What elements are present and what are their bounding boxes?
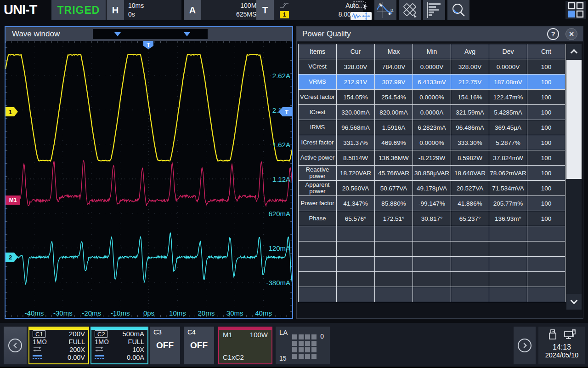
pq-table-body: ItemsCurMaxMinAvgDevCntVCrest328.00V784.… <box>299 44 565 302</box>
channel1-impedance: 1MΩ <box>33 338 47 345</box>
channel3-id: C3 <box>153 328 176 336</box>
pq-cell: 100 <box>527 75 565 90</box>
pq-cell <box>451 226 489 242</box>
channel1-offset: 0.00V <box>68 354 85 361</box>
table-row-empty[interactable] <box>299 226 565 242</box>
amplitude-scale-label: 120mA <box>268 244 290 252</box>
power-quality-titlebar[interactable]: Power Quality ? ✕ <box>297 27 583 41</box>
table-row[interactable]: IRMS96.568mA1.5916A6.2823mA96.486mA369.4… <box>299 120 565 135</box>
channel-status-bar: C1200V 1MΩFULL 200X 0.00V C2500mA 1MΩFUL… <box>0 323 588 367</box>
table-row[interactable]: ICrest factor331.37%469.69%0.0000%333.30… <box>299 135 565 150</box>
pq-cell: 85.880% <box>375 196 413 211</box>
usb-device-icon <box>548 329 558 342</box>
channel4-status-box[interactable]: C4 OFF <box>184 327 214 364</box>
channel2-status-box[interactable]: C2500mA 1MΩFULL 10X 0.00A <box>90 327 148 364</box>
channel2-scale: 500mA <box>122 330 144 338</box>
pq-cell: 0.0000A <box>413 105 451 120</box>
scroll-channels-left-button[interactable] <box>4 327 27 364</box>
amplitude-scale-label: 1.62A <box>272 141 290 149</box>
help-icon[interactable]: ? <box>547 28 559 40</box>
select-rect-icon[interactable] <box>352 1 370 12</box>
wave-window-titlebar[interactable]: Wave window <box>6 27 292 41</box>
math1-expression: C1xC2 <box>223 353 268 361</box>
cursor-position-bar[interactable] <box>93 29 208 39</box>
table-row[interactable]: Apparent power20.560VA50.677VA49.178µVA2… <box>299 181 565 196</box>
system-info-box[interactable]: 14:13 2024/05/10 <box>538 327 585 364</box>
channel4-state: OFF <box>187 340 210 351</box>
pq-cell: 20.560VA <box>337 181 375 196</box>
channel1-bandwidth: FULL <box>69 338 85 345</box>
pq-cell <box>489 272 527 287</box>
pq-cell: 5.2877% <box>489 135 527 150</box>
table-row[interactable]: Reactive power18.720VAR45.766VAR30.858µV… <box>299 166 565 181</box>
table-row-empty[interactable] <box>299 257 565 272</box>
channel3-status-box[interactable]: C3 OFF <box>150 327 180 364</box>
table-row[interactable]: VCrest328.00V784.00V0.0000V328.00V0.0000… <box>299 59 565 75</box>
channel2-bandwidth: FULL <box>128 338 144 345</box>
pq-scrollbar[interactable] <box>566 44 582 310</box>
measure-rulers-icon[interactable] <box>399 0 421 20</box>
wave-move-icon[interactable] <box>351 12 372 20</box>
amplitude-scale-label: 1.12A <box>272 175 290 183</box>
pq-cell: Apparent power <box>299 181 337 196</box>
horizontal-settings[interactable]: H 10ms 0s <box>107 0 181 20</box>
table-row-empty[interactable] <box>299 272 565 287</box>
scroll-up-button[interactable] <box>566 44 582 59</box>
pq-cell: 100 <box>527 120 565 135</box>
table-row[interactable]: VCrest factor154.05%254.54%0.0000%154.16… <box>299 90 565 105</box>
scroll-channels-right-button[interactable] <box>514 327 536 364</box>
table-row[interactable]: ICrest320.00mA820.00mA0.0000A321.59mA5.4… <box>299 105 565 120</box>
pq-cell: 100 <box>527 196 565 211</box>
pq-cell <box>489 287 527 302</box>
pq-cell: 328.00V <box>337 59 375 75</box>
math1-zero-marker[interactable]: M1 <box>6 196 20 205</box>
search-zoom-icon[interactable] <box>447 0 469 20</box>
pq-cell: Phase <box>299 211 337 226</box>
time-scale-label: 30ms <box>226 309 243 317</box>
trigger-key[interactable]: T <box>256 0 274 20</box>
pq-cell: 71.534mVA <box>489 181 527 196</box>
curve-ab-icon[interactable]: A B <box>374 0 396 20</box>
pq-cell: -99.147% <box>413 196 451 211</box>
cursor-marker-a-icon[interactable] <box>114 32 121 36</box>
scrollbar-thumb[interactable] <box>566 60 582 179</box>
la-first-channel: 0 <box>320 333 324 340</box>
channel4-id: C4 <box>187 328 210 336</box>
pq-cell <box>451 287 489 302</box>
clock-time: 14:13 <box>538 343 585 351</box>
horizontal-key[interactable]: H <box>107 0 124 20</box>
table-row[interactable]: Power factor41.347%85.880%-99.147%41.886… <box>299 196 565 211</box>
amplitude-scale-label: -380mA <box>266 279 290 287</box>
acquire-key[interactable]: A <box>184 0 201 20</box>
pq-cell: 45.766VAR <box>375 166 413 181</box>
window-layout-icon[interactable] <box>565 1 586 19</box>
pq-header-cell: Min <box>413 44 451 59</box>
table-row[interactable]: Phase65.576°172.51°30.817°65.237°136.93m… <box>299 211 565 226</box>
scroll-down-button[interactable] <box>566 294 582 310</box>
pq-cell: 154.05% <box>337 90 375 105</box>
horizontal-offset-value: 0s <box>128 10 177 19</box>
plot-area[interactable]: T 1 M1 2 T 2.62A2.12A1.62A1.12A620mA120m… <box>6 41 292 318</box>
statistics-icon[interactable] <box>423 0 445 20</box>
pq-table: ItemsCurMaxMinAvgDevCntVCrest328.00V784.… <box>298 44 565 302</box>
table-row[interactable]: VRMS212.91V307.99V6.4133mV212.75V187.08m… <box>299 75 565 90</box>
trigger-settings[interactable]: T 1 Auto 8.000A <box>256 0 363 20</box>
pq-header-cell: Cur <box>337 44 375 59</box>
pq-cell: 5.4285mA <box>489 105 527 120</box>
pq-cell: 100 <box>527 135 565 150</box>
la-channel-grid <box>292 334 317 359</box>
table-row[interactable]: Active power8.5014W136.36MW-8.2129W8.598… <box>299 150 565 166</box>
pq-cell: Power factor <box>299 196 337 211</box>
close-icon[interactable]: ✕ <box>565 28 577 40</box>
table-row-empty[interactable] <box>299 242 565 257</box>
channel1-status-box[interactable]: C1200V 1MΩFULL 200X 0.00V <box>28 327 89 364</box>
cursor-marker-b-icon[interactable] <box>184 32 190 36</box>
logic-analyzer-status-box[interactable]: LA 0 15 <box>276 327 330 364</box>
pq-cell <box>527 242 565 257</box>
time-scale-label: -10ms <box>111 309 130 317</box>
pq-cell: 0.0000% <box>413 90 451 105</box>
pq-cell <box>489 226 527 242</box>
pq-cell: 328.00V <box>451 59 489 75</box>
math1-status-box[interactable]: M1100W C1xC2 <box>218 327 272 364</box>
table-row-empty[interactable] <box>299 287 565 302</box>
